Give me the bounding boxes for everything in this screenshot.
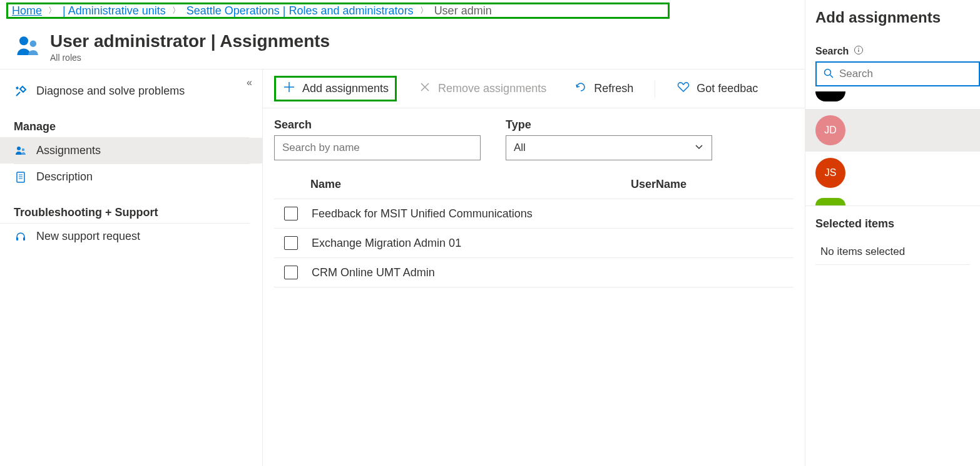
remove-assignments-button[interactable]: Remove assignments [412,78,553,100]
chevron-right-icon: 〉 [48,5,56,16]
filters: Search Type All [263,108,805,165]
search-input[interactable] [274,135,481,160]
wrench-icon [14,85,28,98]
sidebar-item-label: Description [36,170,93,184]
main-content: Add assignments Remove assignments Refre… [263,70,805,466]
avatar: JS [815,158,845,188]
row-name: Exchange Migration Admin 01 [312,237,461,250]
add-assignments-panel: Add assignments Search JDJS Selected ite… [805,0,980,466]
type-value: All [514,142,526,154]
svg-point-1 [30,40,37,47]
page-subtitle: All roles [50,53,330,63]
divider [655,80,655,98]
toolbar-label: Got feedbac [697,82,758,95]
svg-rect-8 [16,237,18,241]
role-icon [15,33,41,61]
svg-point-17 [825,69,831,75]
svg-point-15 [859,48,860,49]
type-label: Type [506,118,712,132]
sidebar-item-diagnose[interactable]: Diagnose and solve problems [0,78,262,104]
document-icon [14,171,28,184]
chevron-down-icon [694,142,704,155]
sidebar-heading-manage: Manage [0,114,250,138]
sidebar-item-assignments[interactable]: Assignments [0,138,262,163]
avatar [815,91,845,101]
table-row[interactable]: Feedback for MSIT Unified Communications [274,199,794,229]
selected-items-empty: No items selected [815,246,970,265]
row-name: CRM Online UMT Admin [312,266,435,279]
svg-rect-9 [23,237,25,241]
breadcrumb: Home 〉 | Administrative units 〉 Seattle … [6,3,670,19]
svg-point-3 [22,148,24,150]
user-list-item[interactable]: JS [805,152,980,194]
toolbar-label: Remove assignments [438,82,546,95]
heart-icon [676,80,690,97]
selected-items-heading: Selected items [815,217,970,230]
user-list-item[interactable] [805,194,980,205]
panel-search-label: Search [805,45,980,61]
avatar: JD [815,115,845,145]
toolbar-label: Add assignments [302,82,389,95]
sidebar-heading-troubleshoot: Troubleshooting + Support [0,200,250,224]
row-name: Feedback for MSIT Unified Communications [312,207,533,220]
toolbar-label: Refresh [594,82,633,95]
sidebar-item-support[interactable]: New support request [0,224,262,249]
col-header-name[interactable]: Name [310,178,631,191]
panel-title: Add assignments [805,9,980,45]
col-header-username[interactable]: UserName [631,178,794,191]
page-title: User administrator | Assignments [50,31,330,51]
type-select[interactable]: All [506,135,712,160]
svg-rect-4 [17,172,24,182]
breadcrumb-home[interactable]: Home [12,4,42,18]
sidebar-item-label: Diagnose and solve problems [36,85,185,98]
toolbar: Add assignments Remove assignments Refre… [263,70,805,108]
table-row[interactable]: Exchange Migration Admin 01 [274,229,794,258]
svg-line-18 [830,75,834,78]
people-icon [14,145,28,157]
search-icon [823,68,834,81]
svg-point-2 [17,147,21,150]
breadcrumb-admin-units[interactable]: | Administrative units [63,4,166,18]
chevron-right-icon: 〉 [172,5,180,16]
user-list-item[interactable] [805,91,980,109]
refresh-icon [574,80,588,97]
add-assignments-button[interactable]: Add assignments [274,76,397,101]
sidebar-item-label: Assignments [36,144,101,157]
collapse-icon[interactable]: « [247,77,252,88]
row-checkbox[interactable] [284,207,298,220]
table-header: Name UserName [274,170,794,199]
row-checkbox[interactable] [284,236,298,250]
selected-items-section: Selected items No items selected [805,205,980,276]
panel-search-input[interactable] [839,68,972,80]
svg-point-0 [19,36,28,45]
info-icon[interactable] [854,45,864,58]
feedback-button[interactable]: Got feedbac [670,78,764,100]
breadcrumb-ops[interactable]: Seattle Operations | Roles and administr… [186,4,414,18]
avatar [815,198,845,205]
assignments-table: Name UserName Feedback for MSIT Unified … [263,165,805,287]
sidebar-item-label: New support request [36,230,140,243]
panel-search-box[interactable] [815,61,980,86]
refresh-button[interactable]: Refresh [568,78,640,100]
breadcrumb-current: User admin [434,4,492,18]
sidebar-item-description[interactable]: Description [0,164,262,190]
user-list-item[interactable]: JD [805,109,980,152]
user-list: JDJS [805,91,980,205]
chevron-right-icon: 〉 [420,5,428,16]
plus-icon [282,80,296,97]
row-checkbox[interactable] [284,266,298,279]
x-icon [418,80,432,97]
headset-icon [14,230,28,243]
search-label: Search [274,118,481,132]
sidebar: « Diagnose and solve problems Manage Ass… [0,70,263,466]
table-row[interactable]: CRM Online UMT Admin [274,258,794,287]
